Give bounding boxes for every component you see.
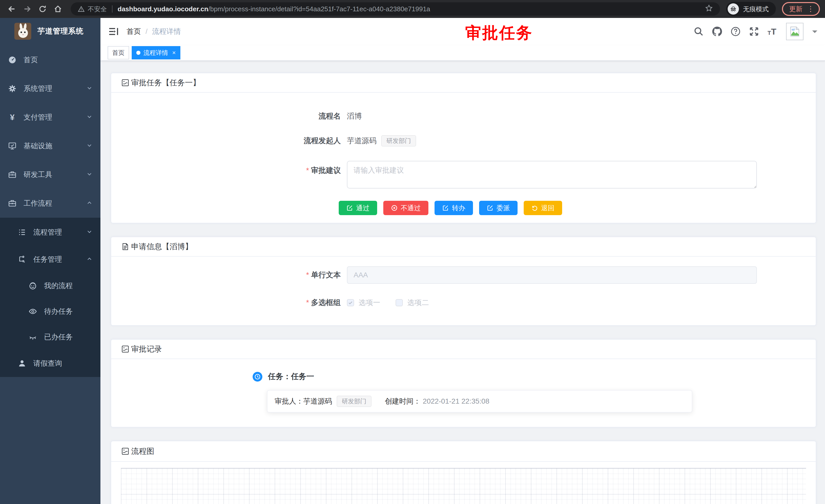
checkbox-unchecked-icon	[395, 299, 403, 306]
url-bar[interactable]: 不安全 dashboard.yudao.iocoder.cn/bpm/proce…	[71, 2, 720, 16]
browser-toolbar: 不安全 dashboard.yudao.iocoder.cn/bpm/proce…	[0, 0, 825, 18]
sidebar-item-process-mgmt[interactable]: 流程管理	[0, 219, 100, 246]
chevron-down-icon	[87, 228, 92, 236]
initiator-name: 芋道源码	[347, 136, 377, 146]
rotate-left-icon	[531, 204, 538, 211]
url-domain: dashboard.yudao.iocoder.cn	[118, 5, 208, 13]
font-size-icon[interactable]: TT	[768, 27, 776, 36]
edit-icon	[487, 204, 494, 211]
sidebar-item-done-tasks[interactable]: 已办任务	[0, 324, 100, 350]
sidebar-item-label: 工作流程	[23, 198, 52, 208]
form-row-text: *单行文本	[122, 266, 806, 284]
sidebar-item-devtools[interactable]: 研发工具	[0, 160, 100, 189]
chart-image-icon	[122, 447, 129, 455]
required-asterisk: *	[306, 166, 309, 174]
eye-open-icon	[29, 307, 37, 316]
gear-icon	[8, 85, 16, 93]
clock-icon	[253, 372, 262, 382]
search-icon[interactable]	[694, 27, 703, 36]
security-status[interactable]: 不安全	[78, 5, 107, 13]
broken-image-icon	[789, 26, 801, 37]
yen-icon: ¥	[8, 113, 16, 121]
sidebar-item-infra[interactable]: 基础设施	[0, 132, 100, 160]
card-body: 流程名 滔博 流程发起人 芋道源码 研发部门 *审批建议	[111, 93, 816, 223]
checkbox-option-2[interactable]: 选项二	[395, 298, 429, 308]
chart-image-icon	[122, 79, 129, 87]
tree-table-icon	[18, 228, 26, 236]
sidebar-item-home[interactable]: 首页	[0, 46, 100, 74]
avatar[interactable]	[786, 23, 804, 40]
sidebar-item-workflow[interactable]: 工作流程	[0, 189, 100, 218]
active-dot	[136, 51, 140, 55]
single-line-input[interactable]	[347, 266, 757, 284]
approve-button[interactable]: 通过	[339, 201, 377, 215]
return-button[interactable]: 退回	[524, 201, 562, 215]
card-body: *单行文本 *多选框组 选项一	[111, 257, 816, 325]
app-header: 首页 / 流程详情 审批任务 TT	[100, 18, 825, 45]
browser-update-button[interactable]: 更新 ⋮	[782, 2, 820, 16]
sidebar-item-label: 我的流程	[44, 281, 73, 291]
bpmn-canvas-grid[interactable]	[121, 468, 806, 504]
help-icon[interactable]	[731, 27, 740, 36]
sidebar-item-label: 支付管理	[23, 112, 52, 122]
fullscreen-icon[interactable]	[749, 27, 759, 36]
sidebar-logo[interactable]: 芋道管理系统	[0, 18, 100, 45]
required-asterisk: *	[306, 299, 309, 307]
home-icon[interactable]	[51, 2, 65, 16]
suggest-textarea[interactable]	[347, 161, 757, 188]
chevron-down-icon	[87, 113, 92, 121]
logo-avatar	[14, 23, 31, 40]
approval-record-card: 审批记录 任务：任务一 审批人： 芋道源码 研发部门 创建时间： 2022-01	[111, 339, 816, 427]
chevron-up-icon	[87, 199, 92, 207]
forward-icon[interactable]	[20, 2, 34, 16]
incognito-icon	[728, 3, 739, 15]
field-label: *审批建议	[122, 161, 347, 176]
close-icon[interactable]: ×	[172, 50, 176, 56]
chevron-down-icon	[87, 171, 92, 179]
sidebar-item-todo-tasks[interactable]: 待办任务	[0, 299, 100, 324]
page: 不安全 dashboard.yudao.iocoder.cn/bpm/proce…	[0, 0, 825, 504]
reject-button[interactable]: 不通过	[383, 201, 428, 215]
chart-image-icon	[122, 345, 129, 353]
card-header: 审批记录	[111, 340, 816, 359]
url-text[interactable]: dashboard.yudao.iocoder.cn/bpm/process-i…	[118, 5, 430, 13]
field-label: 流程名	[122, 111, 347, 121]
sidebar-item-system[interactable]: 系统管理	[0, 74, 100, 103]
sidebar-item-label: 已办任务	[44, 332, 73, 342]
transfer-button[interactable]: 转办	[435, 201, 473, 215]
update-label: 更新	[789, 5, 803, 14]
flow-chart-card: 流程图	[111, 441, 816, 504]
sidebar-collapse-icon[interactable]	[108, 26, 119, 37]
chevron-down-icon[interactable]	[812, 30, 817, 35]
circle-close-icon	[391, 204, 398, 211]
sidebar-item-payment[interactable]: ¥ 支付管理	[0, 103, 100, 132]
tab-label: 首页	[112, 49, 125, 57]
sidebar-item-leave-query[interactable]: 请假查询	[0, 350, 100, 377]
tab-label: 流程详情	[144, 49, 168, 57]
card-title: 审批记录	[131, 344, 162, 354]
approver-label: 审批人：	[275, 397, 303, 406]
reload-icon[interactable]	[36, 2, 49, 16]
tab-home[interactable]: 首页	[107, 46, 129, 60]
chevron-down-icon	[87, 142, 92, 150]
sidebar-item-my-process[interactable]: 我的流程	[0, 273, 100, 299]
task-line: 任务：任务一	[268, 371, 314, 382]
breadcrumb-home[interactable]: 首页	[127, 27, 141, 36]
card-body: 任务：任务一 审批人： 芋道源码 研发部门 创建时间： 2022-01-21 2…	[111, 359, 816, 427]
tab-process-detail[interactable]: 流程详情 ×	[132, 46, 180, 60]
sidebar-item-task-mgmt[interactable]: 任务管理	[0, 246, 100, 273]
field-label: *多选框组	[122, 298, 347, 308]
back-icon[interactable]	[5, 2, 18, 16]
delegate-button[interactable]: 委派	[479, 201, 518, 215]
checkbox-option-1[interactable]: 选项一	[347, 298, 380, 308]
form-row-suggest: *审批建议	[122, 161, 806, 188]
timeline-item: 任务：任务一	[253, 371, 806, 382]
bookmark-star-icon[interactable]	[705, 4, 713, 14]
tree-icon	[18, 255, 26, 263]
approval-task-card: 审批任务【任务一】 流程名 滔博 流程发起人 芋道源码 研发部门	[111, 73, 816, 223]
dept-tag: 研发部门	[381, 135, 416, 147]
github-icon[interactable]	[712, 27, 722, 36]
apply-info-card: 申请信息【滔博】 *单行文本 *多选框组 选项一	[111, 237, 816, 326]
browser-menu-icon[interactable]: ⋮	[807, 5, 814, 12]
card-title: 流程图	[131, 446, 154, 456]
